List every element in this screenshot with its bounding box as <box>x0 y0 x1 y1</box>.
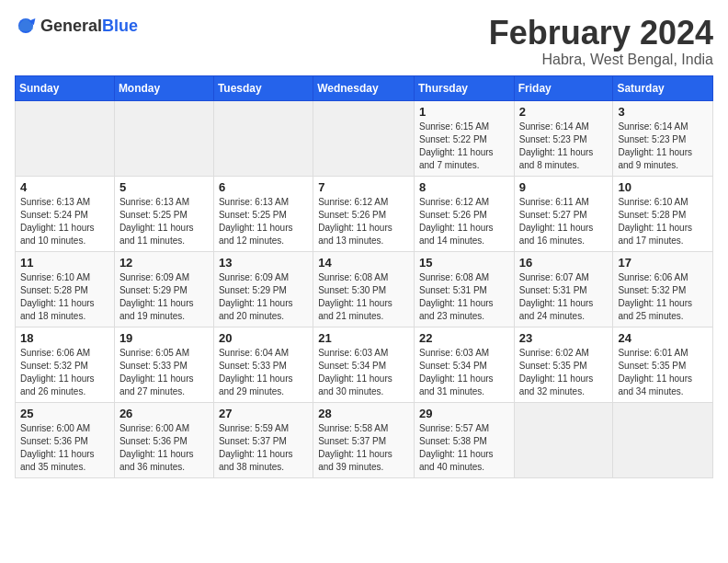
day-info: Sunrise: 6:00 AM Sunset: 5:36 PM Dayligh… <box>119 422 209 474</box>
day-number: 25 <box>20 407 109 420</box>
day-cell: 4Sunrise: 6:13 AM Sunset: 5:24 PM Daylig… <box>16 176 115 251</box>
day-info: Sunrise: 6:11 AM Sunset: 5:27 PM Dayligh… <box>519 196 609 247</box>
day-info: Sunrise: 6:15 AM Sunset: 5:22 PM Dayligh… <box>419 121 509 172</box>
day-cell: 1Sunrise: 6:15 AM Sunset: 5:22 PM Daylig… <box>414 100 514 176</box>
day-info: Sunrise: 6:06 AM Sunset: 5:32 PM Dayligh… <box>20 347 109 398</box>
day-info: Sunrise: 6:14 AM Sunset: 5:23 PM Dayligh… <box>618 121 708 172</box>
day-info: Sunrise: 6:03 AM Sunset: 5:34 PM Dayligh… <box>419 347 509 398</box>
day-number: 27 <box>219 407 308 420</box>
day-cell <box>613 402 713 477</box>
day-number: 4 <box>20 180 109 194</box>
day-info: Sunrise: 5:58 AM Sunset: 5:37 PM Dayligh… <box>318 422 409 474</box>
day-cell: 26Sunrise: 6:00 AM Sunset: 5:36 PM Dayli… <box>114 402 213 477</box>
calendar-header-row: SundayMondayTuesdayWednesdayThursdayFrid… <box>16 75 713 100</box>
day-number: 13 <box>219 256 308 270</box>
header-wednesday: Wednesday <box>313 75 415 100</box>
day-info: Sunrise: 5:57 AM Sunset: 5:38 PM Dayligh… <box>419 422 509 474</box>
calendar-table: SundayMondayTuesdayWednesdayThursdayFrid… <box>15 75 713 478</box>
day-info: Sunrise: 6:04 AM Sunset: 5:33 PM Dayligh… <box>219 347 308 398</box>
day-cell: 12Sunrise: 6:09 AM Sunset: 5:29 PM Dayli… <box>114 251 213 327</box>
month-title: February 2024 <box>489 15 713 52</box>
day-cell: 15Sunrise: 6:08 AM Sunset: 5:31 PM Dayli… <box>414 251 514 327</box>
logo-general: General <box>40 17 102 35</box>
day-cell: 7Sunrise: 6:12 AM Sunset: 5:26 PM Daylig… <box>313 176 415 251</box>
header-thursday: Thursday <box>414 75 514 100</box>
day-cell <box>213 100 313 176</box>
logo-icon <box>15 15 37 37</box>
week-row-3: 11Sunrise: 6:10 AM Sunset: 5:28 PM Dayli… <box>16 251 713 327</box>
day-cell: 23Sunrise: 6:02 AM Sunset: 5:35 PM Dayli… <box>514 327 613 402</box>
day-info: Sunrise: 6:09 AM Sunset: 5:29 PM Dayligh… <box>119 271 209 323</box>
day-cell: 5Sunrise: 6:13 AM Sunset: 5:25 PM Daylig… <box>114 176 213 251</box>
day-info: Sunrise: 6:10 AM Sunset: 5:28 PM Dayligh… <box>618 196 708 247</box>
title-block: February 2024 Habra, West Bengal, India <box>489 15 713 68</box>
day-info: Sunrise: 6:07 AM Sunset: 5:31 PM Dayligh… <box>519 271 609 323</box>
day-cell: 14Sunrise: 6:08 AM Sunset: 5:30 PM Dayli… <box>313 251 415 327</box>
day-number: 19 <box>119 331 209 345</box>
day-cell: 11Sunrise: 6:10 AM Sunset: 5:28 PM Dayli… <box>16 251 115 327</box>
day-cell <box>114 100 213 176</box>
day-info: Sunrise: 5:59 AM Sunset: 5:37 PM Dayligh… <box>219 422 308 474</box>
day-cell: 27Sunrise: 5:59 AM Sunset: 5:37 PM Dayli… <box>213 402 313 477</box>
day-cell: 20Sunrise: 6:04 AM Sunset: 5:33 PM Dayli… <box>213 327 313 402</box>
day-number: 29 <box>419 407 509 420</box>
day-info: Sunrise: 6:03 AM Sunset: 5:34 PM Dayligh… <box>318 347 409 398</box>
day-info: Sunrise: 6:12 AM Sunset: 5:26 PM Dayligh… <box>318 196 409 247</box>
day-info: Sunrise: 6:01 AM Sunset: 5:35 PM Dayligh… <box>618 347 708 398</box>
week-row-2: 4Sunrise: 6:13 AM Sunset: 5:24 PM Daylig… <box>16 176 713 251</box>
day-number: 16 <box>519 256 609 270</box>
day-number: 17 <box>618 256 708 270</box>
day-info: Sunrise: 6:00 AM Sunset: 5:36 PM Dayligh… <box>20 422 109 474</box>
day-cell <box>514 402 613 477</box>
logo: GeneralBlue <box>15 15 138 37</box>
day-cell: 24Sunrise: 6:01 AM Sunset: 5:35 PM Dayli… <box>613 327 713 402</box>
day-number: 5 <box>119 180 209 194</box>
day-info: Sunrise: 6:12 AM Sunset: 5:26 PM Dayligh… <box>419 196 509 247</box>
day-number: 6 <box>219 180 308 194</box>
header-monday: Monday <box>114 75 213 100</box>
week-row-4: 18Sunrise: 6:06 AM Sunset: 5:32 PM Dayli… <box>16 327 713 402</box>
day-cell: 10Sunrise: 6:10 AM Sunset: 5:28 PM Dayli… <box>613 176 713 251</box>
day-number: 28 <box>318 407 409 420</box>
day-cell: 21Sunrise: 6:03 AM Sunset: 5:34 PM Dayli… <box>313 327 415 402</box>
header-friday: Friday <box>514 75 613 100</box>
logo-blue: Blue <box>102 17 138 35</box>
day-cell: 6Sunrise: 6:13 AM Sunset: 5:25 PM Daylig… <box>213 176 313 251</box>
header-saturday: Saturday <box>613 75 713 100</box>
day-number: 20 <box>219 331 308 345</box>
day-number: 2 <box>519 105 609 119</box>
day-info: Sunrise: 6:13 AM Sunset: 5:24 PM Dayligh… <box>20 196 109 247</box>
day-cell <box>16 100 115 176</box>
day-number: 21 <box>318 331 409 345</box>
day-info: Sunrise: 6:06 AM Sunset: 5:32 PM Dayligh… <box>618 271 708 323</box>
day-cell: 2Sunrise: 6:14 AM Sunset: 5:23 PM Daylig… <box>514 100 613 176</box>
day-cell: 16Sunrise: 6:07 AM Sunset: 5:31 PM Dayli… <box>514 251 613 327</box>
day-info: Sunrise: 6:08 AM Sunset: 5:30 PM Dayligh… <box>318 271 409 323</box>
day-number: 10 <box>618 180 708 194</box>
header-tuesday: Tuesday <box>213 75 313 100</box>
day-cell: 17Sunrise: 6:06 AM Sunset: 5:32 PM Dayli… <box>613 251 713 327</box>
day-info: Sunrise: 6:13 AM Sunset: 5:25 PM Dayligh… <box>219 196 308 247</box>
day-info: Sunrise: 6:08 AM Sunset: 5:31 PM Dayligh… <box>419 271 509 323</box>
day-info: Sunrise: 6:14 AM Sunset: 5:23 PM Dayligh… <box>519 121 609 172</box>
day-cell: 13Sunrise: 6:09 AM Sunset: 5:29 PM Dayli… <box>213 251 313 327</box>
day-number: 7 <box>318 180 409 194</box>
day-cell: 22Sunrise: 6:03 AM Sunset: 5:34 PM Dayli… <box>414 327 514 402</box>
day-info: Sunrise: 6:13 AM Sunset: 5:25 PM Dayligh… <box>119 196 209 247</box>
day-number: 11 <box>20 256 109 270</box>
day-number: 23 <box>519 331 609 345</box>
day-number: 26 <box>119 407 209 420</box>
day-cell: 9Sunrise: 6:11 AM Sunset: 5:27 PM Daylig… <box>514 176 613 251</box>
day-info: Sunrise: 6:09 AM Sunset: 5:29 PM Dayligh… <box>219 271 308 323</box>
location-subtitle: Habra, West Bengal, India <box>489 52 713 68</box>
header-sunday: Sunday <box>16 75 115 100</box>
page-header: GeneralBlue February 2024 Habra, West Be… <box>15 15 713 68</box>
day-number: 1 <box>419 105 509 119</box>
day-number: 22 <box>419 331 509 345</box>
day-info: Sunrise: 6:05 AM Sunset: 5:33 PM Dayligh… <box>119 347 209 398</box>
day-cell: 29Sunrise: 5:57 AM Sunset: 5:38 PM Dayli… <box>414 402 514 477</box>
day-number: 12 <box>119 256 209 270</box>
day-number: 18 <box>20 331 109 345</box>
day-info: Sunrise: 6:02 AM Sunset: 5:35 PM Dayligh… <box>519 347 609 398</box>
day-cell: 18Sunrise: 6:06 AM Sunset: 5:32 PM Dayli… <box>16 327 115 402</box>
